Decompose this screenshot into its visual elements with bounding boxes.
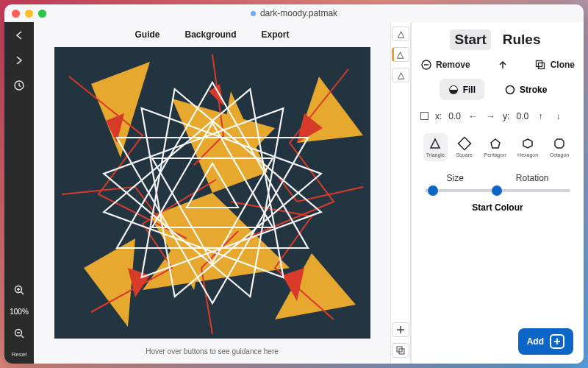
remove-button[interactable]: Remove — [420, 59, 470, 70]
layer-strip: △ △ △ — [390, 22, 411, 364]
zoom-level: 100% — [10, 308, 29, 316]
shape-label: Octagon — [550, 152, 569, 158]
top-tabs: Guide Background Export — [34, 22, 390, 47]
rotation-label: Rotation — [516, 173, 549, 183]
copy-icon — [535, 59, 546, 70]
triangle-icon: △ — [398, 29, 404, 39]
tab-export[interactable]: Export — [262, 29, 290, 40]
x-value: 0.0 — [448, 111, 461, 121]
shape-label: Pentagon — [484, 152, 506, 158]
history-button[interactable] — [12, 78, 26, 93]
undo-button[interactable] — [12, 28, 26, 43]
x-decrease-button[interactable]: ← — [467, 110, 478, 121]
layer-thumb-1[interactable]: △ — [392, 47, 409, 62]
zoom-in-button[interactable] — [12, 283, 26, 297]
svg-marker-35 — [491, 139, 500, 148]
size-slider-knob[interactable] — [428, 185, 438, 196]
y-label: y: — [503, 111, 509, 121]
position-row: x: 0.0 ← → y: 0.0 ↑ ↓ — [420, 110, 575, 121]
shape-picker: Triangle Square Pentagon Hexagon Octagon — [420, 133, 575, 161]
svg-point-32 — [506, 85, 514, 93]
left-toolbar: 100% Reset — [4, 22, 34, 364]
pattern-canvas[interactable] — [54, 47, 370, 339]
remove-label: Remove — [436, 60, 470, 70]
fill-stroke-toggle: Fill Stroke — [420, 79, 575, 100]
y-increase-button[interactable]: ↑ — [535, 110, 546, 121]
inspector-panel: Start Rules Remove Clone Fill — [411, 22, 584, 364]
modified-indicator-icon — [251, 11, 256, 16]
minus-circle-icon — [420, 59, 431, 70]
fill-button[interactable]: Fill — [440, 79, 484, 100]
layer-thumb-2[interactable]: △ — [392, 68, 409, 82]
canvas-area: Guide Background Export — [34, 22, 390, 364]
shape-octagon[interactable]: Octagon — [547, 133, 572, 161]
document-title: dark-moody.patmak — [4, 8, 584, 18]
svg-marker-36 — [523, 139, 532, 148]
shape-label: Square — [456, 152, 473, 158]
square-icon — [458, 137, 471, 150]
sliders-track[interactable] — [425, 189, 570, 192]
svg-marker-33 — [431, 139, 440, 148]
rotation-slider-knob[interactable] — [492, 185, 502, 196]
shape-label: Triangle — [426, 152, 445, 158]
shape-hexagon[interactable]: Hexagon — [514, 133, 541, 161]
fill-label: Fill — [463, 85, 476, 95]
hexagon-icon — [521, 137, 534, 150]
tab-start[interactable]: Start — [450, 29, 490, 50]
svg-rect-34 — [458, 138, 470, 150]
shape-square[interactable]: Square — [453, 133, 476, 161]
x-increase-button[interactable]: → — [485, 110, 496, 121]
plus-icon: + — [550, 334, 564, 349]
fill-icon — [448, 84, 459, 95]
svg-rect-29 — [537, 60, 542, 66]
stroke-icon — [505, 84, 516, 95]
slider-labels-row: Size Rotation — [420, 173, 575, 183]
pattern-artwork — [54, 47, 370, 339]
filename: dark-moody.patmak — [260, 8, 337, 18]
stroke-button[interactable]: Stroke — [496, 79, 556, 100]
add-layer-button[interactable] — [392, 322, 409, 337]
triangle-icon: △ — [398, 70, 404, 80]
stroke-label: Stroke — [520, 85, 547, 95]
redo-button[interactable] — [12, 53, 26, 68]
move-up-button[interactable] — [497, 59, 508, 70]
x-label: x: — [435, 111, 442, 121]
size-label: Size — [446, 173, 463, 183]
y-value: 0.0 — [516, 111, 528, 121]
add-button[interactable]: Add + — [518, 328, 573, 355]
hint-text: Hover over buttons to see guidance here — [34, 347, 390, 364]
shape-label: Hexagon — [517, 152, 538, 158]
tab-background[interactable]: Background — [184, 29, 236, 40]
titlebar: dark-moody.patmak — [4, 4, 584, 22]
shape-pentagon[interactable]: Pentagon — [481, 133, 509, 161]
shape-triangle[interactable]: Triangle — [423, 133, 448, 161]
panel-tabs: Start Rules — [420, 29, 575, 50]
triangle-icon — [429, 137, 442, 150]
clone-label: Clone — [551, 60, 575, 70]
layer-actions-row: Remove Clone — [420, 59, 575, 70]
svg-rect-30 — [539, 63, 545, 68]
duplicate-layer-button[interactable] — [392, 343, 409, 358]
zoom-out-button[interactable] — [12, 326, 26, 341]
octagon-icon — [553, 137, 566, 150]
tab-rules[interactable]: Rules — [498, 29, 545, 50]
anchor-icon[interactable] — [420, 112, 429, 120]
svg-marker-37 — [555, 139, 564, 148]
add-label: Add — [527, 336, 544, 347]
clone-button[interactable]: Clone — [535, 59, 575, 70]
tab-guide[interactable]: Guide — [135, 29, 159, 40]
y-decrease-button[interactable]: ↓ — [553, 110, 564, 121]
start-colour-heading: Start Colour — [420, 202, 575, 213]
reset-zoom-button[interactable]: Reset — [12, 351, 27, 358]
triangle-icon: △ — [397, 49, 404, 60]
pentagon-icon — [489, 137, 502, 150]
app-window: dark-moody.patmak 100% Reset Guide Backg… — [4, 4, 584, 364]
layer-thumb-0[interactable]: △ — [392, 26, 409, 41]
